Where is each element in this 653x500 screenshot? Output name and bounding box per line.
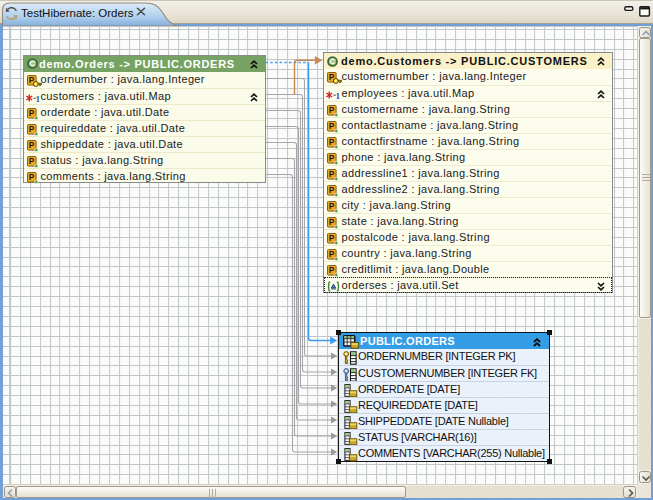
svg-text:P: P	[329, 265, 335, 275]
svg-text:P: P	[329, 137, 335, 147]
svg-text:P: P	[329, 217, 335, 227]
svg-text:P: P	[329, 105, 335, 115]
svg-text:P: P	[29, 172, 35, 182]
svg-text:P: P	[329, 201, 335, 211]
svg-text:P: P	[329, 169, 335, 179]
svg-text:1: 1	[36, 93, 40, 102]
svg-text:1: 1	[336, 91, 340, 100]
svg-text:P: P	[329, 233, 335, 243]
svg-text:P: P	[29, 156, 35, 166]
svg-text:P: P	[29, 108, 35, 118]
svg-text:P: P	[29, 140, 35, 150]
svg-text:P: P	[329, 185, 335, 195]
svg-text:P: P	[329, 249, 335, 259]
svg-text:P: P	[329, 121, 335, 131]
svg-text:C: C	[329, 57, 335, 66]
svg-text:C: C	[29, 59, 35, 68]
svg-text:P: P	[329, 153, 335, 163]
svg-text:P: P	[29, 124, 35, 134]
